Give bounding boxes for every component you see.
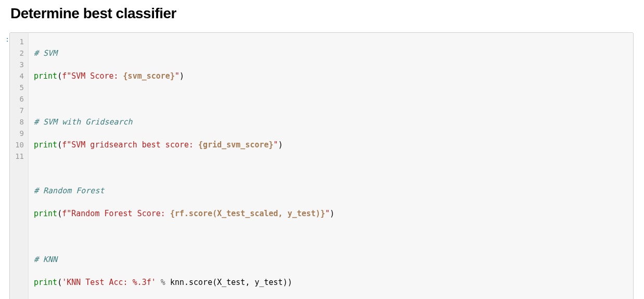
code-token-punct: (: [57, 71, 62, 81]
code-cell-wrapper: : 1 2 3 4 5 6 7 8 9 10 11 # SVM print(f"…: [6, 32, 634, 299]
notebook-view: Determine best classifier : 1 2 3 4 5 6 …: [0, 5, 644, 299]
code-token-comment: # KNN: [34, 255, 57, 264]
code-line: # SVM with Gridsearch: [34, 116, 628, 128]
code-token-string: ": [325, 209, 330, 218]
code-token-name: knn.score(X_test, y_test)): [170, 278, 292, 287]
code-line: print(f"Random Forest Score: {rf.score(X…: [34, 208, 628, 219]
code-token-punct: (: [57, 140, 62, 150]
code-token-string: ": [274, 140, 278, 150]
line-number: 1: [14, 36, 24, 47]
line-number: 11: [14, 151, 24, 162]
code-line: [34, 231, 628, 242]
code-line: [34, 162, 628, 173]
line-number-gutter: 1 2 3 4 5 6 7 8 9 10 11: [10, 33, 29, 299]
line-number: 9: [14, 128, 24, 139]
code-token-builtin: print: [34, 209, 57, 218]
code-token-string: "Random Forest Score:: [67, 209, 170, 218]
line-number: 10: [14, 139, 24, 151]
code-token-fprefix: f: [62, 140, 67, 150]
section-heading: Determine best classifier: [10, 5, 634, 22]
code-token-interp: {rf.score(X_test_scaled, y_test)}: [170, 209, 325, 218]
code-token-fprefix: f: [62, 209, 67, 218]
code-token-comment: # SVM with Gridsearch: [34, 117, 133, 127]
code-token-operator: %: [156, 278, 170, 287]
line-number: 8: [14, 116, 24, 128]
code-token-interp: {svm_score}: [123, 71, 175, 81]
code-line: # Random Forest: [34, 185, 628, 196]
code-token-punct: (: [57, 209, 62, 218]
code-line: print(f"SVM Score: {svm_score}"): [34, 70, 628, 82]
code-token-string: "SVM gridsearch best score:: [67, 140, 198, 150]
line-number: 4: [14, 70, 24, 82]
code-token-punct: ): [278, 140, 283, 150]
code-token-punct: ): [179, 71, 184, 81]
line-number: 5: [14, 82, 24, 93]
code-body[interactable]: # SVM print(f"SVM Score: {svm_score}") #…: [29, 33, 633, 299]
code-token-builtin: print: [34, 140, 57, 150]
code-token-builtin: print: [34, 71, 57, 81]
code-line: print('KNN Test Acc: %.3f' % knn.score(X…: [34, 277, 628, 288]
code-token-comment: # SVM: [34, 48, 57, 58]
code-token-string: 'KNN Test Acc: %.3f': [62, 278, 156, 287]
code-token-string: ": [175, 71, 179, 81]
code-token-punct: ): [330, 209, 334, 218]
code-line: # SVM: [34, 47, 628, 59]
line-number: 6: [14, 93, 24, 105]
code-token-punct: (: [57, 278, 62, 287]
code-token-fprefix: f: [62, 71, 67, 81]
code-cell[interactable]: 1 2 3 4 5 6 7 8 9 10 11 # SVM print(f"SV…: [9, 32, 634, 299]
code-token-string: "SVM Score:: [67, 71, 123, 81]
code-line: [34, 93, 628, 105]
line-number: 2: [14, 47, 24, 59]
code-token-comment: # Random Forest: [34, 186, 104, 195]
code-token-interp: {grid_svm_score}: [198, 140, 274, 150]
code-line: print(f"SVM gridsearch best score: {grid…: [34, 139, 628, 151]
code-line: # KNN: [34, 254, 628, 265]
code-token-builtin: print: [34, 278, 57, 287]
line-number: 3: [14, 59, 24, 70]
line-number: 7: [14, 105, 24, 116]
